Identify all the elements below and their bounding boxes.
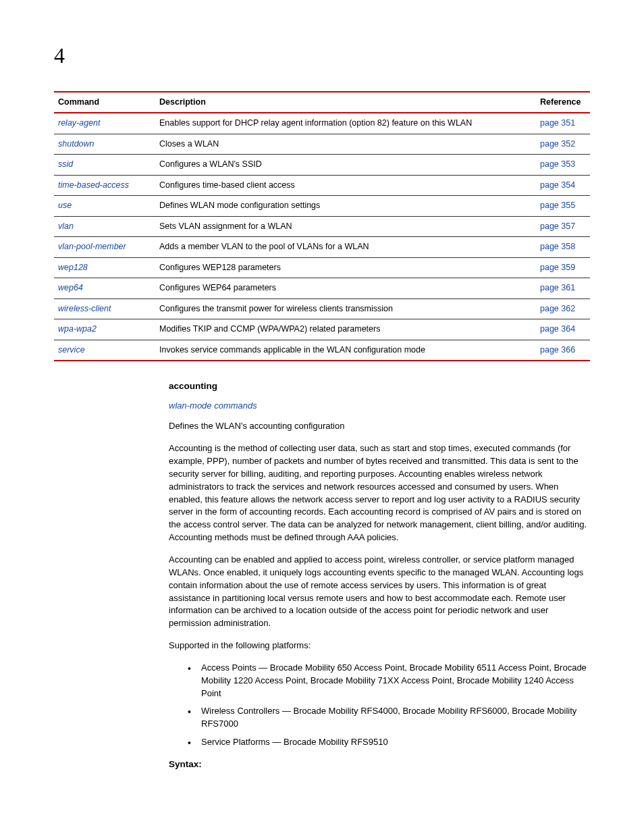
platform-list: Access Points — Brocade Mobility 650 Acc… (188, 662, 590, 749)
table-row: shutdownCloses a WLANpage 352 (54, 134, 590, 155)
th-reference: Reference (536, 92, 590, 113)
command-link[interactable]: service (58, 345, 85, 355)
table-row: time-based-accessConfigures time-based c… (54, 175, 590, 196)
command-link[interactable]: ssid (58, 159, 73, 169)
list-item: Access Points — Brocade Mobility 650 Acc… (188, 662, 590, 700)
section-content: accounting wlan-mode commands Defines th… (169, 380, 590, 771)
table-row: relay-agentEnables support for DHCP rela… (54, 113, 590, 134)
table-row: vlan-pool-memberAdds a member VLAN to th… (54, 237, 590, 258)
list-item: Wireless Controllers — Brocade Mobility … (188, 705, 590, 731)
command-description: Configures WEP128 parameters (155, 257, 536, 278)
command-link[interactable]: wireless-client (58, 304, 111, 313)
page-reference-link[interactable]: page 353 (540, 159, 575, 169)
command-description: Closes a WLAN (155, 134, 536, 155)
table-row: serviceInvokes service commands applicab… (54, 340, 590, 361)
command-description: Enables support for DHCP relay agent inf… (155, 113, 536, 134)
command-link[interactable]: shutdown (58, 139, 95, 149)
table-row: ssidConfigures a WLAN's SSIDpage 353 (54, 155, 590, 176)
body-paragraph-2: Accounting can be enabled and applied to… (169, 554, 590, 630)
page-reference-link[interactable]: page 357 (540, 221, 575, 231)
th-command: Command (54, 92, 155, 113)
command-description: Configures time-based client access (155, 175, 536, 196)
body-paragraph-1: Accounting is the method of collecting u… (169, 442, 590, 544)
page-reference-link[interactable]: page 361 (540, 283, 575, 292)
command-link[interactable]: wpa-wpa2 (58, 324, 97, 334)
subsection-link[interactable]: wlan-mode commands (169, 400, 590, 412)
command-link[interactable]: use (58, 201, 72, 210)
table-row: wep64Configures WEP64 parameterspage 361 (54, 278, 590, 299)
command-description: Configures WEP64 parameters (155, 278, 536, 299)
section-title: accounting (169, 380, 590, 393)
commands-table: Command Description Reference relay-agen… (54, 91, 590, 362)
page-reference-link[interactable]: page 364 (540, 324, 575, 334)
command-description: Defines WLAN mode configuration settings (155, 196, 536, 217)
table-row: wep128Configures WEP128 parameterspage 3… (54, 257, 590, 278)
page-reference-link[interactable]: page 351 (540, 118, 575, 128)
table-row: useDefines WLAN mode configuration setti… (54, 196, 590, 217)
command-description: Sets VLAN assignment for a WLAN (155, 216, 536, 237)
page-reference-link[interactable]: page 362 (540, 304, 575, 313)
command-description: Adds a member VLAN to the pool of VLANs … (155, 237, 536, 258)
page-reference-link[interactable]: page 359 (540, 263, 575, 272)
intro-paragraph: Defines the WLAN's accounting configurat… (169, 420, 590, 433)
page-reference-link[interactable]: page 355 (540, 201, 575, 210)
page-reference-link[interactable]: page 354 (540, 180, 575, 190)
supported-label: Supported in the following platforms: (169, 640, 590, 652)
command-description: Configures a WLAN's SSID (155, 155, 536, 176)
command-link[interactable]: relay-agent (58, 118, 101, 128)
table-row: wireless-clientConfigures the transmit p… (54, 298, 590, 319)
syntax-label: Syntax: (169, 758, 590, 771)
table-row: vlanSets VLAN assignment for a WLANpage … (54, 216, 590, 237)
command-link[interactable]: wep128 (58, 263, 88, 272)
command-description: Configures the transmit power for wirele… (155, 298, 536, 319)
chapter-number: 4 (54, 41, 590, 71)
page-reference-link[interactable]: page 352 (540, 139, 575, 149)
command-link[interactable]: vlan (58, 221, 74, 231)
table-row: wpa-wpa2Modifies TKIP and CCMP (WPA/WPA2… (54, 319, 590, 340)
th-description: Description (155, 92, 536, 113)
command-link[interactable]: wep64 (58, 283, 83, 292)
list-item: Service Platforms — Brocade Mobility RFS… (188, 736, 590, 749)
command-description: Invokes service commands applicable in t… (155, 340, 536, 361)
page-reference-link[interactable]: page 366 (540, 345, 575, 355)
command-link[interactable]: time-based-access (58, 180, 129, 190)
command-description: Modifies TKIP and CCMP (WPA/WPA2) relate… (155, 319, 536, 340)
command-link[interactable]: vlan-pool-member (58, 242, 126, 251)
page-reference-link[interactable]: page 358 (540, 242, 575, 251)
